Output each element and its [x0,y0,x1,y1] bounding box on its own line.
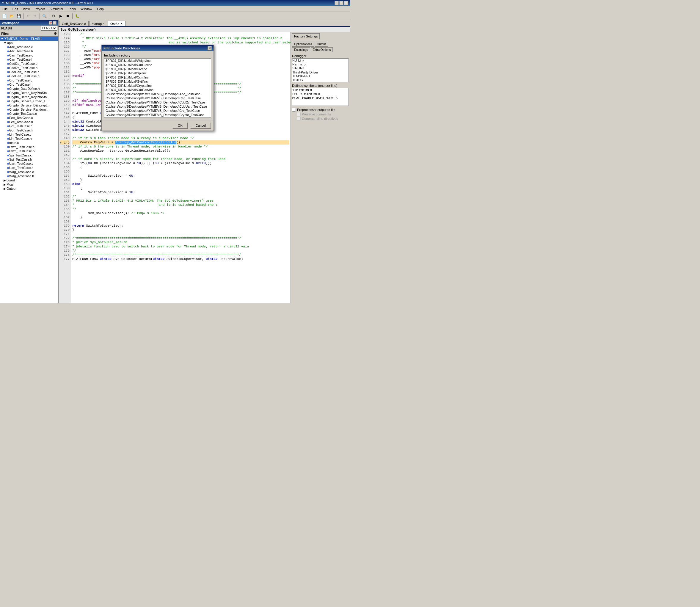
tree-project[interactable]: ▼ YTMEVB_Demo - FLASH [0,37,58,41]
list-item[interactable]: ■ Uart_TestCase.c [0,162,58,166]
tab-close-icon[interactable]: ✕ [121,22,123,25]
tab-osif-testcase[interactable]: OsIf_TestCase.c [59,21,89,26]
list-item[interactable]: ■ Crypto_Service_Cmac_T... [0,99,58,103]
workspace-close[interactable]: ✕ [53,21,57,25]
menu-tools[interactable]: Tools [66,6,78,11]
list-item[interactable]: C:\Users\song3\Desktop\test\YTMEVB_Demo\… [104,108,211,113]
menu-file[interactable]: File [0,6,10,11]
list-item[interactable]: ■ Spi_TestCase.h [0,157,58,162]
list-item[interactable]: $PROJ_DIR$/../Mcal/Spi/inc [104,71,211,75]
list-item[interactable]: ■ Pwm_TestCase.c [0,145,58,149]
list-item[interactable]: ■ Uart_TestCase.h [0,166,58,170]
list-item[interactable]: ■ Crypto_Demo_KeyProSto... [0,91,58,95]
list-item[interactable]: ■ Pwm_TestCase.h [0,149,58,153]
defined-symbols-input[interactable]: YTM32B1MC0 CPU_YTM32B1MC0 MCAL_ENABLE_US… [292,88,349,106]
list-item[interactable]: ■ CddUart_TestCase.h [0,74,58,78]
dialog-cancel-button[interactable]: Cancel [190,122,211,129]
list-item[interactable]: ■ Cddl2c_TestCase.c [0,62,58,66]
list-item[interactable]: ■ Crypto_Service_DEncrypt... [0,103,58,107]
tab-osif[interactable]: OsIf.c ✕ [108,21,126,26]
list-item[interactable]: C:\Users\song3\Desktop\test\YTMEVB_Demo\… [104,100,211,104]
preserve-comments-checkbox[interactable] [297,112,301,116]
close-button[interactable]: ✕ [344,1,348,5]
list-item[interactable]: ■ Crypto_Service_Random... [0,107,58,111]
list-item[interactable]: ■ Gpt_TestCase.c [0,124,58,128]
factory-settings-button[interactable]: Factory Settings [292,33,320,39]
menu-view[interactable]: View [21,6,33,11]
list-item[interactable]: $PROJ_DIR$/../Mcal/CddJart/inc [104,88,211,92]
maximize-button[interactable]: □ [339,1,343,5]
generate-directives-checkbox[interactable] [297,117,301,121]
menu-edit[interactable]: Edit [10,6,21,11]
list-item[interactable]: ■ Crc_TestCase.c [0,78,58,82]
gear-icon[interactable]: ⚙ [54,32,57,36]
list-item[interactable]: ■ Lin_TestCase.c [0,132,58,137]
list-item[interactable]: ■ Can_TestCase.h [0,57,58,62]
tree-output-folder[interactable]: ▶ Output [0,187,58,191]
menu-project[interactable]: Project [32,6,47,11]
list-item[interactable]: $PROJ_DIR$/../Mcal/Crypto/inc [104,84,211,88]
list-item[interactable]: ■ Crypto_DateDefine.h [0,86,58,91]
list-item[interactable]: ■ Lin_TestCase.h [0,137,58,141]
redo-button[interactable]: ↪ [32,13,38,19]
find-button[interactable]: 🔍 [41,13,47,19]
list-item[interactable]: ■ Spi_TestCase.c [0,153,58,157]
menu-help[interactable]: Help [94,6,106,11]
save-button[interactable]: 💾 [16,13,22,19]
list-item[interactable]: $PROJ_DIR$/../Mcal/Ccm/inc [104,75,211,79]
list-item[interactable]: $PROJ_DIR$/../Mcal/Gytl/inc [104,79,211,84]
list-item[interactable]: ■ Wdg_TestCase.c [0,170,58,174]
list-item[interactable]: C:\Users\song3\Desktop\test\YTMEVB_Demo\… [104,113,211,117]
preprocessor-output-checkbox[interactable] [292,108,296,111]
list-item[interactable]: C:\Users\song3\Desktop\test\YTMEVB_Demo\… [104,92,211,96]
list-item[interactable]: ■ Cddl2c_TestCase.h [0,66,58,70]
include-dirs-list[interactable]: $PROJ_DIR$/../Mcal/WdgIf/inc $PROJ_DIR$/… [104,58,211,118]
build-button[interactable]: ⚙ [50,13,57,19]
output-tab[interactable]: Output [315,42,328,47]
list-item[interactable]: ■ Crypto_Demo_KeyProSto... [0,95,58,99]
list-item[interactable]: $PROJ_DIR$/../Mcal/Cddl2c/inc [104,63,211,67]
tab-startup[interactable]: startup.s [89,21,107,26]
list-item[interactable]: ■ Adc_TestCase.h [0,49,58,53]
tree-mcal-folder[interactable]: ▶ Mcal [0,182,58,187]
menu-window[interactable]: Window [78,6,94,11]
list-item[interactable]: ■ Fee_TestCase.c [0,116,58,120]
list-item[interactable]: ■ Fee_TestCase.h [0,120,58,124]
tree-board-folder[interactable]: ▶ board [0,178,58,182]
list-item[interactable]: ■ Adc_TestCase.c [0,45,58,49]
ln-147: 147 [60,132,69,136]
list-item[interactable]: ■ Crc_TestCase.h [0,82,58,86]
ln-164: 164 [60,203,69,207]
list-item[interactable]: ■ Wdg_TestCase.h [0,174,58,178]
list-item[interactable]: ■ Gpt_TestCase.h [0,128,58,132]
code-line-149: ControlRegValue = Startup_GetControlRegi… [72,140,289,145]
open-button[interactable]: 📂 [8,13,15,19]
optimizations-tab[interactable]: Optimizations [292,42,314,47]
config-select[interactable]: FLASH [41,26,57,30]
run-button[interactable]: ▶ [57,13,64,19]
stop-button[interactable]: ⏹ [65,13,71,19]
tree-app-folder[interactable]: ▼ app [0,41,58,45]
list-item[interactable]: ■ CddUart_TestCase.c [0,70,58,74]
debug-button[interactable]: 🐛 [74,13,80,19]
dialog-close-button[interactable]: ✕ [208,46,212,50]
list-item[interactable]: ■ Crypto_TestCase.c [0,111,58,116]
workspace-pin[interactable]: 📌 [49,21,52,25]
list-item[interactable]: $PROJ_DIR$/../Mcal/Crc/inc [104,67,211,71]
list-item[interactable]: C:\Users\song3\Desktop\test\YTMEVB_Demo\… [104,96,211,100]
extra-options-tab[interactable]: Extra Options [311,47,333,53]
minimize-button[interactable]: ─ [335,1,339,5]
edit-include-dialog[interactable]: Edit Include Directories ✕ Include direc… [101,45,214,131]
code-line-124: * MR12 Dir-1.1/Rule 1.2/Dir-4.2 VIOLATIO… [72,36,289,40]
list-item[interactable]: $PROJ_DIR$/../Mcal/WdgIf/inc [104,59,211,63]
menu-simulator[interactable]: Simulator [47,6,66,11]
dialog-ok-button[interactable]: OK [172,122,188,129]
debugger-select[interactable]: NU-Link PE micro ST-LINK Third-Party Dri… [292,58,349,82]
undo-button[interactable]: ↩ [25,13,31,19]
new-file-button[interactable]: 📄 [1,13,8,19]
encodings-tab[interactable]: Encodings [292,47,310,53]
list-item[interactable]: C:\Users\song3\Desktop\test\YTMEVB_Demo\… [104,104,211,108]
list-item[interactable]: ■ Can_TestCase.c [0,53,58,57]
list-item[interactable]: C:\Users\song3\Desktop\test\YTMEVB_Demo\… [104,117,211,118]
list-item[interactable]: ■ main.c [0,141,58,145]
